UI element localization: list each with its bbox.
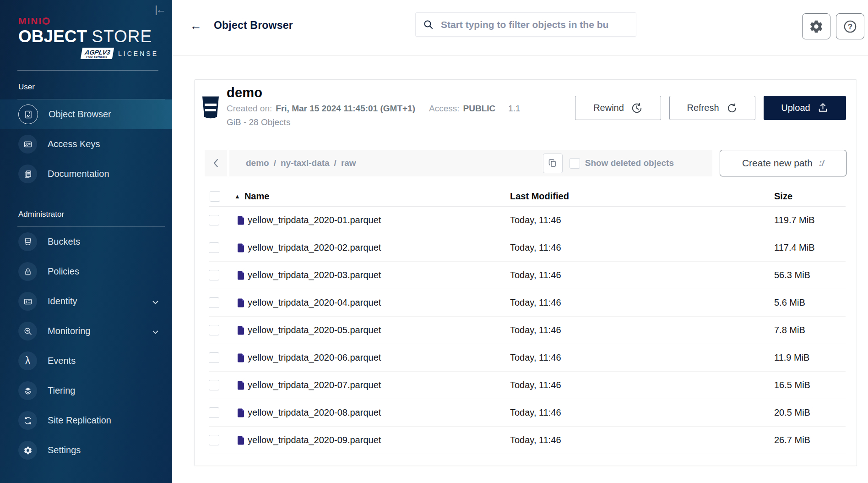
column-header-size[interactable]: Size — [774, 191, 846, 202]
breadcrumb-bar: demo / ny-taxi-data / raw Show deleted o… — [229, 150, 712, 176]
sidebar: |← MINIO OBJECT STORE AGPLV3Free Softwar… — [0, 0, 172, 483]
table-row[interactable]: yellow_tripdata_2020-04.parquet Today, 1… — [209, 289, 846, 317]
filter-objects-search[interactable] — [415, 12, 636, 37]
breadcrumb-current[interactable]: raw — [341, 158, 356, 168]
show-deleted-label: Show deleted objects — [585, 158, 674, 168]
sidebar-item-site-replication[interactable]: Site Replication — [0, 406, 172, 435]
table-row[interactable]: yellow_tripdata_2020-01.parquet Today, 1… — [209, 207, 846, 234]
bucket-name: demo — [227, 85, 579, 100]
column-header-name[interactable]: ▲ Name — [234, 191, 510, 202]
sidebar-item-tiering[interactable]: Tiering — [0, 376, 172, 406]
breadcrumb-bucket[interactable]: demo — [246, 158, 269, 168]
sidebar-item-label: Access Keys — [48, 139, 100, 149]
access-label: Access: — [429, 104, 460, 113]
breadcrumb-folder[interactable]: ny-taxi-data — [281, 158, 330, 168]
object-modified: Today, 11:46 — [510, 325, 774, 335]
breadcrumb[interactable]: demo / ny-taxi-data / raw — [246, 158, 356, 168]
object-name[interactable]: yellow_tripdata_2020-08.parquet — [248, 407, 381, 418]
file-icon — [237, 353, 244, 362]
object-size: 119.7 MiB — [774, 215, 846, 225]
file-icon — [237, 243, 244, 252]
help-icon: ? — [842, 19, 858, 34]
object-name[interactable]: yellow_tripdata_2020-04.parquet — [248, 297, 381, 308]
row-checkbox[interactable] — [209, 352, 219, 363]
copy-path-button[interactable] — [543, 154, 563, 173]
content-area: demo Created on:Fri, Mar 15 2024 11:45:0… — [172, 56, 868, 483]
table-row[interactable]: yellow_tripdata_2020-02.parquet Today, 1… — [209, 234, 846, 262]
object-name[interactable]: yellow_tripdata_2020-07.parquet — [248, 380, 381, 390]
sidebar-item-policies[interactable]: Policies — [0, 257, 172, 286]
sidebar-item-label: Events — [48, 356, 76, 366]
help-button[interactable]: ? — [836, 13, 864, 39]
sidebar-item-label: Identity — [48, 296, 77, 307]
object-name[interactable]: yellow_tripdata_2020-09.parquet — [248, 435, 381, 445]
bucket-icon — [201, 96, 220, 122]
object-name[interactable]: yellow_tripdata_2020-03.parquet — [248, 270, 381, 280]
sidebar-item-access-keys[interactable]: Access Keys — [0, 129, 172, 159]
row-checkbox[interactable] — [209, 270, 219, 280]
row-checkbox[interactable] — [209, 407, 219, 418]
sidebar-item-settings[interactable]: Settings — [0, 435, 172, 465]
table-row[interactable]: yellow_tripdata_2020-07.parquet Today, 1… — [209, 372, 846, 399]
row-checkbox[interactable] — [209, 435, 219, 445]
create-new-path-button[interactable]: Create new path :/ — [720, 150, 846, 176]
show-deleted-checkbox[interactable] — [570, 158, 580, 169]
chevron-left-icon — [212, 158, 221, 169]
chevron-down-icon — [152, 326, 158, 336]
object-modified: Today, 11:46 — [510, 215, 774, 225]
settings-button[interactable] — [802, 13, 830, 39]
back-icon[interactable]: ← — [190, 20, 202, 32]
sidebar-item-buckets[interactable]: Buckets — [0, 227, 172, 257]
rewind-button[interactable]: Rewind — [575, 96, 661, 120]
table-row[interactable]: yellow_tripdata_2020-06.parquet Today, 1… — [209, 344, 846, 372]
page-title: Object Browser — [214, 19, 293, 32]
access-keys-icon — [18, 135, 37, 154]
row-checkbox[interactable] — [209, 297, 219, 308]
object-size: 20.5 MiB — [774, 407, 846, 418]
collapse-sidebar-icon[interactable]: |← — [155, 4, 165, 16]
object-modified: Today, 11:46 — [510, 297, 774, 308]
row-checkbox[interactable] — [209, 380, 219, 390]
table-row[interactable]: yellow_tripdata_2020-09.parquet Today, 1… — [209, 427, 846, 454]
file-icon — [237, 271, 244, 280]
table-row[interactable]: yellow_tripdata_2020-08.parquet Today, 1… — [209, 399, 846, 427]
buckets-icon — [18, 232, 37, 251]
object-size: 11.9 MiB — [774, 352, 846, 363]
path-back-button[interactable] — [205, 150, 227, 176]
object-size: 7.8 MiB — [774, 325, 846, 335]
divider — [17, 70, 158, 71]
sidebar-item-events[interactable]: λ Events — [0, 346, 172, 376]
sidebar-item-label: Settings — [48, 445, 81, 456]
refresh-button[interactable]: Refresh — [669, 96, 755, 120]
sidebar-item-monitoring[interactable]: Monitoring — [0, 316, 172, 346]
column-header-last-modified[interactable]: Last Modified — [510, 191, 774, 202]
object-browser-icon — [18, 104, 38, 124]
object-name[interactable]: yellow_tripdata_2020-02.parquet — [248, 242, 381, 253]
row-checkbox[interactable] — [209, 215, 219, 225]
upload-button[interactable]: Upload — [764, 96, 846, 120]
file-icon — [237, 436, 244, 445]
bucket-meta-line1: Created on:Fri, Mar 15 2024 11:45:01 (GM… — [227, 104, 579, 114]
bucket-info: demo Created on:Fri, Mar 15 2024 11:45:0… — [227, 85, 579, 127]
search-input[interactable] — [440, 19, 629, 31]
object-name[interactable]: yellow_tripdata_2020-05.parquet — [248, 325, 381, 335]
object-modified: Today, 11:46 — [510, 352, 774, 363]
sidebar-item-identity[interactable]: Identity — [0, 286, 172, 316]
license-label: LICENSE — [118, 50, 158, 57]
events-icon: λ — [18, 351, 37, 370]
sidebar-item-object-browser[interactable]: Object Browser — [0, 99, 172, 129]
select-all-checkbox[interactable] — [210, 191, 220, 202]
object-name[interactable]: yellow_tripdata_2020-06.parquet — [248, 352, 381, 363]
sidebar-item-label: Buckets — [48, 236, 80, 247]
svg-text:?: ? — [848, 22, 852, 31]
file-icon — [237, 408, 244, 417]
sidebar-item-label: Object Browser — [49, 109, 111, 120]
sidebar-item-documentation[interactable]: Documentation — [0, 159, 172, 189]
row-checkbox[interactable] — [209, 325, 219, 335]
table-row[interactable]: yellow_tripdata_2020-05.parquet Today, 1… — [209, 317, 846, 344]
row-checkbox[interactable] — [209, 242, 219, 253]
object-name[interactable]: yellow_tripdata_2020-01.parquet — [248, 215, 381, 225]
table-row[interactable]: yellow_tripdata_2020-03.parquet Today, 1… — [209, 262, 846, 289]
objects-table: ▲ Name Last Modified Size yellow_tripdat… — [209, 186, 846, 454]
breadcrumb-separator: / — [334, 158, 336, 168]
